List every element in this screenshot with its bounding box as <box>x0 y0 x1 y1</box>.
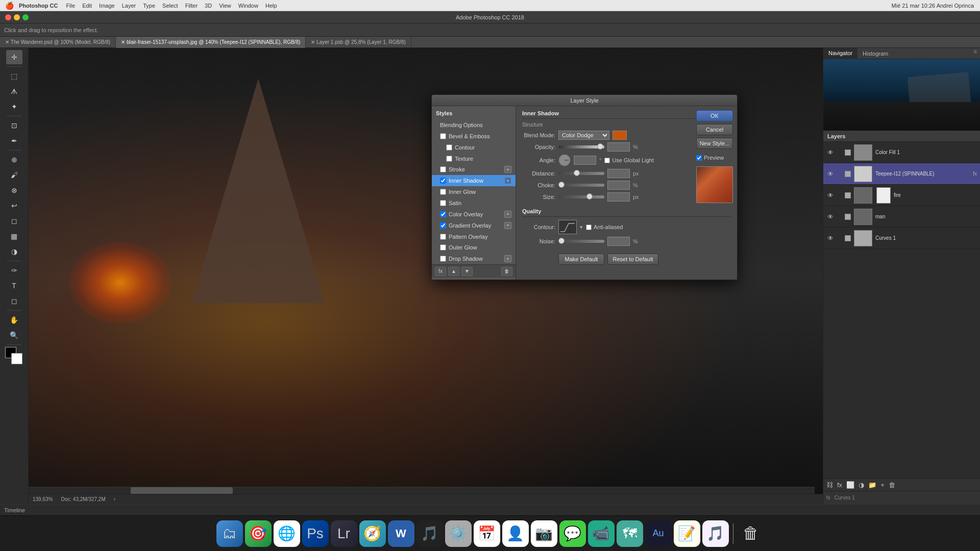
style-contour[interactable]: Contour <box>432 142 516 153</box>
stroke-add-btn[interactable]: + <box>504 166 511 173</box>
menu-filter[interactable]: Filter <box>185 3 198 9</box>
style-drop-shadow[interactable]: Drop Shadow + <box>432 253 516 264</box>
navigator-tab[interactable]: Navigator <box>823 48 857 59</box>
dock-maps[interactable]: 🗺 <box>617 520 643 547</box>
size-input[interactable]: 39 <box>607 192 630 202</box>
layer-item-cf1[interactable]: 👁 Color Fill 1 <box>823 142 980 163</box>
dock-music[interactable]: 🎵 <box>416 520 443 547</box>
style-pattern-overlay[interactable]: Pattern Overlay <box>432 231 516 242</box>
scroll-arrow[interactable]: › <box>114 496 115 502</box>
pen-tool[interactable]: ✑ <box>6 263 22 278</box>
anti-aliased-checkbox[interactable] <box>586 224 592 230</box>
window-expand-btn[interactable] <box>22 14 29 20</box>
dock-photoshop[interactable]: Ps <box>302 520 329 547</box>
dock-messages[interactable]: 💬 <box>559 520 586 547</box>
dock-chrome[interactable]: 🌐 <box>274 520 300 547</box>
layer-visibility-man[interactable]: 👁 <box>826 213 835 221</box>
layer-item-man[interactable]: 👁 man <box>823 206 980 228</box>
apple-menu[interactable]: 🍎 <box>5 2 14 10</box>
timeline-label[interactable]: Timeline <box>4 507 25 513</box>
layer-adjustment-btn[interactable]: ◑ <box>859 481 864 489</box>
dock-notes[interactable]: 📝 <box>674 520 700 547</box>
menu-view[interactable]: View <box>219 3 231 9</box>
preview-checkbox[interactable] <box>696 155 702 161</box>
checkbox-outer-glow[interactable] <box>440 244 446 251</box>
tab-wanderer[interactable]: ✕ The Wanderer.psd @ 100% (Model, RGB/8) <box>0 37 116 48</box>
zoom-tool[interactable]: 🔍 <box>6 328 22 342</box>
panel-options[interactable]: ≡ <box>970 48 980 59</box>
histogram-tab[interactable]: Histogram <box>857 48 893 59</box>
dodge-tool[interactable]: ◑ <box>6 244 22 259</box>
stamp-tool[interactable]: ⊗ <box>6 183 22 197</box>
checkbox-pattern-overlay[interactable] <box>440 234 446 240</box>
style-color-overlay[interactable]: Color Overlay + <box>432 209 516 220</box>
layer-group-btn[interactable]: 📁 <box>868 481 876 489</box>
blend-mode-select[interactable]: Color Dodge Normal Multiply Screen Overl… <box>558 131 609 140</box>
spot-heal-tool[interactable]: ⊕ <box>6 153 22 167</box>
dock-contacts[interactable]: 👤 <box>502 520 529 547</box>
opacity-thumb[interactable] <box>597 143 603 149</box>
dock-launchpad[interactable]: 🎯 <box>245 520 272 547</box>
type-tool[interactable]: T <box>6 279 22 293</box>
make-default-button[interactable]: Make Default <box>558 254 604 265</box>
dock-word[interactable]: W <box>388 520 414 547</box>
angle-dial[interactable] <box>558 154 571 166</box>
style-inner-glow[interactable]: Inner Glow <box>432 186 516 197</box>
fx-delete-btn[interactable]: 🗑 <box>501 267 512 276</box>
brush-tool[interactable]: 🖌 <box>6 168 22 182</box>
choke-slider[interactable] <box>558 184 604 187</box>
noise-thumb[interactable] <box>558 238 565 244</box>
move-tool[interactable]: ✛ <box>6 50 22 64</box>
contour-preview[interactable] <box>558 220 577 234</box>
layer-visibility-teepee[interactable]: 👁 <box>826 170 835 178</box>
layer-visibility-fire[interactable]: 👁 <box>826 191 835 199</box>
layer-item-teepee[interactable]: 👁 Teepee-I12 (SPINNABLE) fx <box>823 163 980 185</box>
window-minimize-btn[interactable] <box>14 14 20 20</box>
checkbox-inner-glow[interactable] <box>440 189 446 195</box>
delete-layer-btn[interactable]: 🗑 <box>889 481 895 489</box>
cancel-button[interactable]: Cancel <box>696 124 733 135</box>
blend-mode-color[interactable] <box>612 131 627 140</box>
dock-preferences[interactable]: ⚙️ <box>445 520 472 547</box>
dock-itunes[interactable]: 🎵 <box>702 520 729 547</box>
dock-calendar[interactable]: 📅 <box>474 520 500 547</box>
menu-3d[interactable]: 3D <box>205 3 212 9</box>
checkbox-bevel[interactable] <box>440 133 446 139</box>
layer-item-fire[interactable]: 👁 fire <box>823 185 980 206</box>
color-swatches[interactable] <box>5 347 23 365</box>
new-style-button[interactable]: New Style... <box>696 138 733 149</box>
magic-wand-tool[interactable]: ✦ <box>6 99 22 114</box>
inner-shadow-add-btn[interactable]: + <box>504 177 511 184</box>
checkbox-texture[interactable] <box>446 156 452 162</box>
style-texture[interactable]: Texture <box>432 153 516 164</box>
distance-slider[interactable] <box>558 172 604 175</box>
dock-safari[interactable]: 🧭 <box>359 520 386 547</box>
style-stroke[interactable]: Stroke + <box>432 164 516 175</box>
checkbox-stroke[interactable] <box>440 166 446 172</box>
layer-style-btn[interactable]: fx <box>837 481 842 489</box>
style-blending-options[interactable]: Blending Options <box>432 119 516 131</box>
checkbox-color-overlay[interactable] <box>440 211 446 217</box>
reset-to-default-button[interactable]: Reset to Default <box>607 254 658 265</box>
style-satin[interactable]: Satin <box>432 197 516 209</box>
dock-photos[interactable]: 📷 <box>531 520 557 547</box>
new-layer-btn[interactable]: + <box>880 481 885 489</box>
fx-effect-btn[interactable]: fx <box>435 267 446 276</box>
eraser-tool[interactable]: ◻ <box>6 214 22 228</box>
background-color[interactable] <box>11 353 22 364</box>
gradient-overlay-add-btn[interactable]: + <box>504 222 511 229</box>
menu-layer[interactable]: Layer <box>122 3 136 9</box>
fx-up-btn[interactable]: ▲ <box>448 267 459 276</box>
fx-down-btn[interactable]: ▼ <box>461 267 473 276</box>
checkbox-contour[interactable] <box>446 144 452 151</box>
dock-audition[interactable]: Au <box>645 520 672 547</box>
lasso-tool[interactable]: ᗑ <box>6 84 22 98</box>
menu-type[interactable]: Type <box>143 3 155 9</box>
color-overlay-add-btn[interactable]: + <box>504 211 511 218</box>
distance-input[interactable]: 8 <box>607 169 630 178</box>
menu-select[interactable]: Select <box>162 3 178 9</box>
preview-label[interactable]: Preview <box>696 155 733 161</box>
dock-lightroom[interactable]: Lr <box>331 520 357 547</box>
checkbox-drop-shadow[interactable] <box>440 256 446 262</box>
menu-help[interactable]: Help <box>265 3 277 9</box>
